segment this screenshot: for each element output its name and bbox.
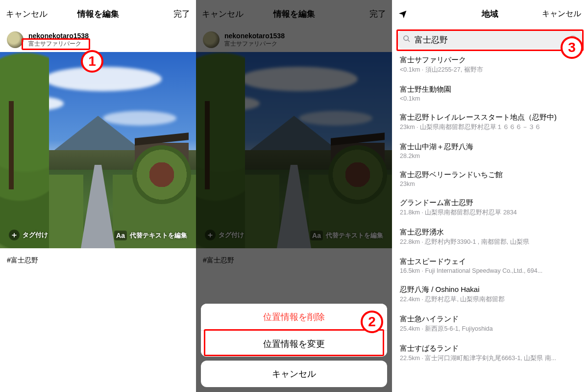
result-name: グランドーム富士忍野: [400, 198, 580, 208]
result-meta: <0.1km: [400, 95, 580, 102]
avatar: [7, 31, 24, 48]
header: ➤ 地域 キャンセル: [392, 0, 588, 27]
result-name: 富士忍野湧水: [400, 228, 580, 237]
username: nekonekotaro1538: [28, 32, 89, 40]
delete-location-button[interactable]: 位置情報を削除: [201, 304, 387, 330]
post-photo[interactable]: ＋ タグ付け Aa 代替テキストを編集: [0, 52, 196, 248]
edit-info-screen: キャンセル 情報を編集 完了 nekonekotaro1538 富士サファリパー…: [0, 0, 196, 392]
location-result[interactable]: グランドーム富士忍野21.8km · 山梨県南都留郡忍野村忍草 2834: [392, 193, 588, 222]
result-meta: 25.4km · 新西原5-6-1, Fujiyoshida: [400, 325, 580, 333]
result-name: 富士忍野トレイルレーススタート地点（忍野中): [400, 113, 580, 122]
header: キャンセル 情報を編集 完了: [0, 0, 196, 27]
header-title: 地域: [482, 8, 498, 20]
cancel-button[interactable]: キャンセル: [542, 9, 581, 19]
tag-people-label: タグ付け: [23, 231, 48, 239]
result-name: 富士急ハイランド: [400, 314, 580, 324]
result-meta: 21.8km · 山梨県南都留郡忍野村忍草 2834: [400, 209, 580, 217]
result-name: 富士忍野ベリーランドいちご館: [400, 170, 580, 180]
aa-icon: Aa: [114, 231, 127, 240]
search-input[interactable]: [415, 35, 564, 45]
location-result[interactable]: 忍野八海 / Oshino Hakai22.4km · 忍野村忍草, 山梨県南都…: [392, 280, 588, 309]
edit-alt-label: 代替テキストを編集: [130, 231, 187, 240]
location-result[interactable]: 富士急ハイランド25.4km · 新西原5-6-1, Fujiyoshida: [392, 309, 588, 339]
svg-line-1: [408, 40, 410, 42]
location-result[interactable]: 富士忍野湧水22.8km · 忍野村内野3390-1 , 南都留郡, 山梨県: [392, 222, 588, 252]
edit-info-screen-actionsheet: キャンセル 情報を編集 完了 nekonekotaro1538 富士サファリパー…: [196, 0, 392, 392]
result-name: 富士山中湖＋忍野八海: [400, 142, 580, 152]
result-meta: 16.5km · Fuji International Speedway Co.…: [400, 267, 580, 274]
result-meta: 22.4km · 忍野村忍草, 山梨県南都留郡: [400, 295, 580, 304]
author-row[interactable]: nekonekotaro1538 富士サファリパーク: [0, 27, 196, 52]
location-label[interactable]: 富士サファリパーク: [28, 40, 89, 48]
search-results: 富士サファリパーク<0.1km · 須山2255-27, 裾野市富士野生動物園<…: [392, 50, 588, 368]
done-button[interactable]: 完了: [173, 8, 190, 20]
change-location-button[interactable]: 位置情報を変更: [201, 330, 387, 357]
location-search-screen: ➤ 地域 キャンセル ✕ 富士サファリパーク<0.1km · 須山2255-27…: [392, 0, 588, 392]
edit-alt-button[interactable]: Aa 代替テキストを編集: [109, 228, 192, 243]
sheet-cancel-button[interactable]: キャンセル: [201, 361, 387, 387]
caption-text[interactable]: #富士忍野: [0, 248, 196, 273]
result-meta: <0.1km · 須山2255-27, 裾野市: [400, 66, 580, 74]
header-title: 情報を編集: [77, 8, 119, 20]
result-name: 富士すばるランド: [400, 344, 580, 353]
location-arrow-icon[interactable]: ➤: [395, 6, 411, 21]
search-bar[interactable]: ✕: [398, 30, 582, 49]
location-result[interactable]: 富士すばるランド22.5km · 富士河口湖町船津字剣丸尾6663-1, 山梨県…: [392, 339, 588, 368]
clear-icon[interactable]: ✕: [568, 35, 577, 44]
result-name: 忍野八海 / Oshino Hakai: [400, 285, 580, 294]
result-name: 富士スピードウェイ: [400, 257, 580, 266]
result-meta: 22.5km · 富士河口湖町船津字剣丸尾6663-1, 山梨県 南...: [400, 354, 580, 363]
svg-point-0: [404, 36, 408, 40]
location-result[interactable]: 富士忍野トレイルレーススタート地点（忍野中)23km · 山梨県南都留郡忍野村忍…: [392, 107, 588, 137]
plus-icon: ＋: [9, 230, 20, 240]
location-result[interactable]: 富士スピードウェイ16.5km · Fuji International Spe…: [392, 252, 588, 280]
result-meta: 28.2km: [400, 153, 580, 159]
result-meta: 22.8km · 忍野村内野3390-1 , 南都留郡, 山梨県: [400, 238, 580, 246]
location-result[interactable]: 富士野生動物園<0.1km: [392, 79, 588, 107]
tag-people-button[interactable]: ＋ タグ付け: [4, 227, 53, 243]
result-name: 富士野生動物園: [400, 85, 580, 94]
result-meta: 23km · 山梨県南都留郡忍野村忍草１６６６－３６: [400, 123, 580, 131]
search-icon: [403, 35, 411, 45]
result-name: 富士サファリパーク: [400, 55, 580, 65]
location-result[interactable]: 富士サファリパーク<0.1km · 須山2255-27, 裾野市: [392, 50, 588, 79]
result-meta: 23km: [400, 181, 580, 187]
action-sheet: 位置情報を削除 位置情報を変更 キャンセル: [201, 304, 387, 387]
location-result[interactable]: 富士山中湖＋忍野八海28.2km: [392, 137, 588, 165]
location-result[interactable]: 富士忍野ベリーランドいちご館23km: [392, 165, 588, 193]
cancel-button[interactable]: キャンセル: [6, 8, 48, 20]
